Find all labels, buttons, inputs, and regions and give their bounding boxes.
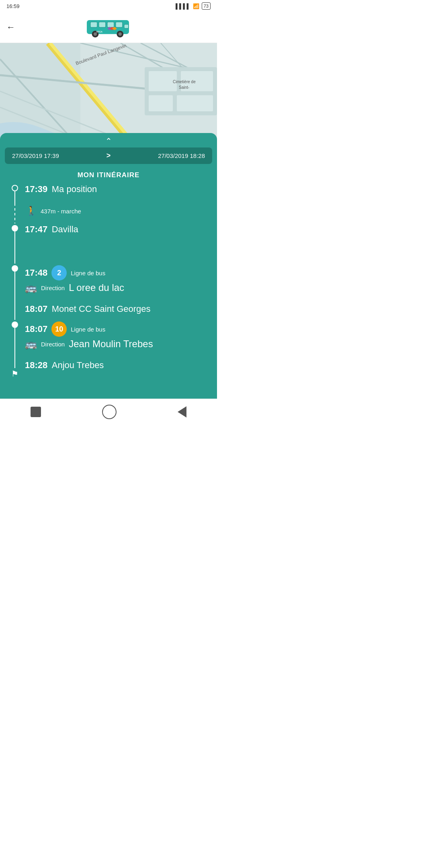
step-destination: ⚑ 18:28 Anjou Trebes (11, 356, 207, 379)
chevron-up-icon: ⌃ (105, 137, 112, 145)
bus10-badge: 10 (51, 321, 67, 337)
origin-time: 17:39 (25, 184, 47, 194)
bus2-line-row: 17:48 2 Ligne de bus (25, 264, 207, 280)
bus2-badge: 2 (51, 265, 67, 280)
flag-icon: ⚑ (11, 369, 18, 379)
bus2-icon: 🚌 (25, 282, 37, 293)
origin-name: Ma position (52, 184, 97, 194)
end-datetime: 27/03/2019 18:28 (158, 152, 205, 159)
davilla-dot (12, 225, 18, 231)
davilla-name: Davilla (52, 224, 78, 234)
davilla-content: 17:47 Davilla (25, 223, 207, 259)
walk-icon: 🚶 (26, 206, 37, 216)
svg-rect-29 (149, 95, 173, 111)
header: ← RTCA (0, 12, 217, 43)
monet-content: 18:07 Monet CC Saint Georges (25, 300, 207, 318)
nav-back-button[interactable] (178, 406, 186, 418)
step-davilla: 17:47 Davilla (11, 223, 207, 264)
wifi-icon: 📶 (193, 3, 199, 9)
svg-rect-30 (177, 95, 213, 111)
svg-rect-4 (116, 22, 123, 27)
timeline: 17:39 Ma position 🚶 437m - marche 17:47 … (0, 183, 217, 387)
destination-time: 18:28 (25, 360, 47, 370)
svg-text:RTCA: RTCA (96, 31, 102, 33)
bus10-direction-row: 🚌 Direction Jean Moulin Trebes (25, 338, 207, 350)
walk-content: 🚶 437m - marche (25, 205, 207, 219)
date-bar[interactable]: 27/03/2019 17:39 > 27/03/2019 18:28 (5, 147, 212, 164)
destination-name: Anjou Trebes (52, 360, 104, 370)
bus2-destination: L oree du lac (69, 282, 124, 293)
davilla-time: 17:47 (25, 224, 47, 234)
itinerary-title: MON ITINÉRAIRE (0, 171, 217, 179)
map-svg: Boulevard Paul Langevin Cimetière de Sai… (0, 43, 217, 139)
step-walk: 🚶 437m - marche (11, 203, 207, 223)
bus10-dot (12, 321, 18, 328)
bus-logo: RTCA (84, 15, 133, 39)
monet-name: Monet CC Saint Georges (52, 304, 151, 314)
back-button[interactable]: ← (6, 22, 15, 33)
status-bar: 16:59 ▌▌▌▌ 📶 73 (0, 0, 217, 12)
walk-distance: 437m - marche (41, 208, 81, 215)
destination-content: 18:28 Anjou Trebes (25, 356, 207, 376)
svg-rect-3 (107, 22, 114, 27)
bus10-line-row: 18:07 10 Ligne de bus (25, 321, 207, 337)
bus10-icon: 🚌 (25, 338, 37, 350)
status-icons: ▌▌▌▌ 📶 73 (176, 2, 211, 10)
battery-icon: 73 (202, 2, 211, 10)
bus10-line-label: Ligne de bus (71, 326, 105, 333)
svg-point-11 (119, 33, 122, 36)
bottom-nav (0, 399, 217, 427)
bus10-content: 18:07 10 Ligne de bus 🚌 Direction Jean M… (25, 320, 207, 351)
origin-content: 17:39 Ma position (25, 183, 207, 200)
bus2-direction-label: Direction (41, 285, 65, 291)
nav-square-button[interactable] (31, 407, 41, 417)
bus10-time: 18:07 (25, 324, 47, 334)
signal-icon: ▌▌▌▌ (176, 3, 190, 9)
svg-rect-2 (99, 22, 106, 27)
step-monet: 18:07 Monet CC Saint Georges (11, 300, 207, 320)
bus10-destination: Jean Moulin Trebes (69, 338, 153, 350)
bus2-dot (12, 265, 18, 272)
svg-text:Cimetière de: Cimetière de (173, 80, 196, 84)
nav-home-button[interactable] (102, 405, 117, 419)
bus2-line-label: Ligne de bus (71, 270, 105, 276)
itinerary-panel: ⌃ 27/03/2019 17:39 > 27/03/2019 18:28 MO… (0, 133, 217, 399)
panel-handle[interactable]: ⌃ (0, 133, 217, 147)
step-origin: 17:39 Ma position (11, 183, 207, 203)
bus10-direction-label: Direction (41, 341, 65, 348)
start-datetime: 27/03/2019 17:39 (12, 152, 59, 159)
svg-rect-1 (90, 22, 97, 27)
monet-time: 18:07 (25, 304, 47, 314)
svg-rect-12 (124, 25, 129, 29)
bus2-direction-row: 🚌 Direction L oree du lac (25, 282, 207, 293)
date-arrow: > (106, 151, 111, 160)
svg-text:Saint-: Saint- (179, 85, 189, 90)
bus2-content: 17:48 2 Ligne de bus 🚌 Direction L oree … (25, 264, 207, 295)
bus2-time: 17:48 (25, 268, 47, 278)
status-time: 16:59 (6, 3, 20, 9)
origin-dot (12, 185, 18, 191)
map-area: Boulevard Paul Langevin Cimetière de Sai… (0, 43, 217, 139)
